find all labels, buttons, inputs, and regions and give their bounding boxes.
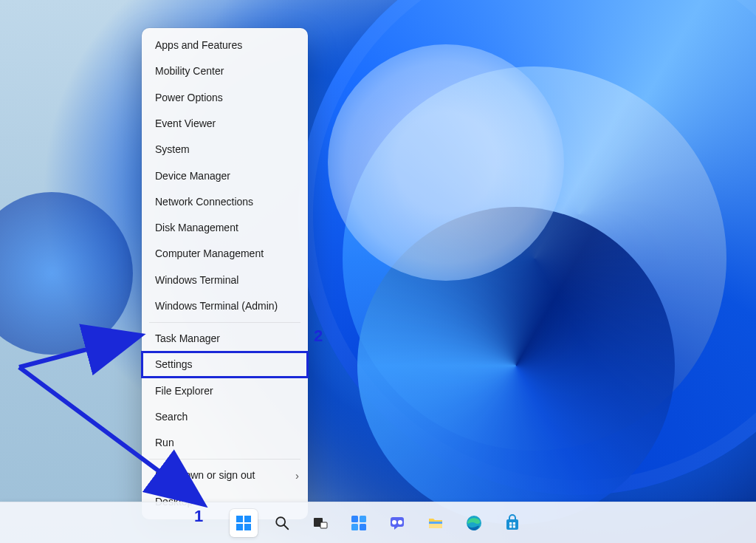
folder-icon <box>427 514 444 532</box>
menu-item-task-manager[interactable]: Task Manager <box>142 326 308 352</box>
menu-item-computer-management[interactable]: Computer Management <box>142 241 308 267</box>
wallpaper-swirl <box>0 192 133 355</box>
svg-rect-21 <box>509 525 512 527</box>
menu-item-power-options[interactable]: Power Options <box>142 85 308 111</box>
svg-line-5 <box>284 525 289 529</box>
wallpaper-swirl <box>328 44 564 281</box>
svg-rect-1 <box>244 516 251 522</box>
menu-item-search[interactable]: Search <box>142 404 308 430</box>
svg-rect-11 <box>360 524 366 530</box>
taskbar-chat-button[interactable] <box>383 509 411 537</box>
menu-separator <box>149 459 300 460</box>
svg-rect-16 <box>429 522 442 524</box>
menu-item-disk-management[interactable]: Disk Management <box>142 215 308 241</box>
edge-icon <box>465 514 483 532</box>
svg-rect-2 <box>236 524 243 530</box>
svg-rect-7 <box>320 522 327 528</box>
start-button[interactable] <box>230 509 258 537</box>
svg-rect-18 <box>506 519 518 530</box>
menu-item-windows-terminal-admin[interactable]: Windows Terminal (Admin) <box>142 293 308 319</box>
taskbar-file-explorer-button[interactable] <box>422 509 450 537</box>
svg-point-14 <box>398 520 402 525</box>
svg-rect-9 <box>360 516 366 522</box>
taskbar-taskview-button[interactable] <box>306 509 334 537</box>
widgets-icon <box>350 514 368 532</box>
taskbar-search-button[interactable] <box>268 509 296 537</box>
svg-rect-10 <box>351 524 358 530</box>
menu-item-file-explorer[interactable]: File Explorer <box>142 378 308 403</box>
menu-item-system[interactable]: System <box>142 137 308 163</box>
svg-rect-0 <box>236 516 243 522</box>
store-icon <box>504 514 521 532</box>
svg-rect-3 <box>244 524 251 530</box>
annotation-number-2: 2 <box>314 327 323 346</box>
menu-item-event-viewer[interactable]: Event Viewer <box>142 111 308 137</box>
menu-item-mobility-center[interactable]: Mobility Center <box>142 58 308 84</box>
windows-logo-icon <box>235 514 252 532</box>
chat-icon <box>388 514 406 532</box>
svg-rect-20 <box>513 522 515 525</box>
winx-power-menu: Apps and Features Mobility Center Power … <box>142 28 308 519</box>
svg-rect-22 <box>513 525 515 527</box>
menu-separator <box>149 322 300 323</box>
taskbar-edge-button[interactable] <box>460 509 488 537</box>
search-icon <box>274 515 290 531</box>
menu-item-settings[interactable]: Settings <box>142 352 308 378</box>
svg-point-13 <box>392 520 396 525</box>
menu-item-shutdown-signout[interactable]: Shut down or sign out <box>142 462 308 488</box>
menu-item-run[interactable]: Run <box>142 430 308 456</box>
menu-item-device-manager[interactable]: Device Manager <box>142 163 308 188</box>
taskbar-widgets-button[interactable] <box>345 509 373 537</box>
menu-item-apps-and-features[interactable]: Apps and Features <box>142 33 308 58</box>
taskview-icon <box>312 514 329 532</box>
menu-item-network-connections[interactable]: Network Connections <box>142 189 308 215</box>
taskbar <box>0 502 756 543</box>
svg-rect-19 <box>509 522 512 525</box>
menu-item-windows-terminal[interactable]: Windows Terminal <box>142 267 308 293</box>
svg-rect-8 <box>351 516 358 522</box>
taskbar-store-button[interactable] <box>498 509 526 537</box>
desktop: Apps and Features Mobility Center Power … <box>0 0 756 543</box>
